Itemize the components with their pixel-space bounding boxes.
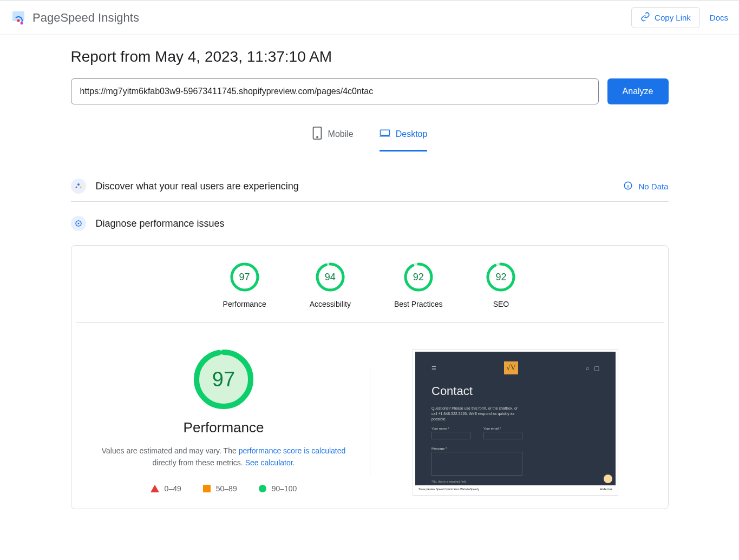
performance-heading: Performance (184, 419, 264, 436)
gauge-row: 97 Performance 94 Accessibility 92 Best … (76, 259, 664, 323)
see-calculator-link[interactable]: See calculator (245, 458, 293, 467)
topbar-right: Copy Link Docs (631, 7, 728, 28)
tab-mobile-label: Mobile (328, 129, 354, 139)
crux-title: Discover what your real users are experi… (96, 181, 299, 192)
top-bar: PageSpeed Insights Copy Link Docs (0, 0, 739, 35)
gauge-score-best-practices: 92 (413, 272, 424, 283)
tab-desktop[interactable]: Desktop (380, 122, 428, 151)
svg-point-2 (17, 19, 20, 22)
desktop-icon (380, 126, 390, 142)
url-input[interactable] (71, 78, 599, 104)
svg-point-10 (80, 187, 81, 188)
thumb-bag-icon: ▢ (594, 365, 599, 372)
tab-mobile[interactable]: Mobile (312, 122, 354, 151)
diagnose-icon (71, 216, 86, 231)
thumb-name-label: Your name * (431, 427, 470, 430)
device-tabs: Mobile Desktop (71, 122, 669, 151)
gauge-ring-accessibility: 94 (315, 262, 345, 292)
performance-right: ☰ √V ⌕ ▢ Contact Questions? Please use t… (376, 349, 655, 496)
gauge-best-practices[interactable]: 92 Best Practices (394, 262, 442, 308)
thumb-body: Questions? Please use this form, or the … (431, 406, 518, 421)
url-row: Analyze (71, 78, 669, 104)
gauge-performance[interactable]: 97 Performance (223, 262, 266, 308)
performance-detail: 97 Performance Values are estimated and … (71, 323, 668, 509)
svg-point-8 (77, 183, 80, 186)
gauge-seo[interactable]: 92 SEO (486, 262, 516, 308)
svg-point-5 (317, 137, 318, 138)
copy-link-button[interactable]: Copy Link (631, 7, 700, 28)
legend-red: 0–49 (151, 484, 181, 493)
diagnose-box: 97 Performance 94 Accessibility 92 Best … (71, 245, 669, 509)
thumb-message-box (431, 452, 522, 476)
svg-point-15 (77, 223, 79, 225)
thumb-heading: Contact (431, 384, 599, 398)
square-icon (203, 485, 211, 492)
thumb-footer-text: Store preview Speed Optimization Website… (418, 487, 479, 491)
legend-orange-label: 50–89 (216, 484, 237, 493)
info-icon (623, 181, 633, 192)
crux-section-left: Discover what your real users are experi… (71, 179, 299, 194)
thumb-footer-bar: Store preview Speed Optimization Website… (415, 485, 616, 493)
thumb-badge-icon (604, 475, 612, 483)
copy-link-label: Copy Link (655, 13, 691, 22)
thumb-name-box (431, 432, 470, 439)
thumb-message-label: Message * (431, 447, 599, 450)
gauge-ring-performance: 97 (230, 262, 260, 292)
gauge-label-performance: Performance (223, 300, 266, 308)
app-title: PageSpeed Insights (32, 11, 139, 25)
gauge-score-performance: 97 (239, 272, 250, 283)
svg-point-3 (21, 22, 23, 24)
pagespeed-logo-icon (11, 10, 26, 25)
thumb-required: *No, this is a required field (431, 480, 599, 483)
no-data-link[interactable]: No Data (623, 181, 668, 192)
thumb-logo: √V (504, 361, 518, 374)
legend-green: 90–100 (259, 484, 297, 493)
report-title: Report from May 4, 2023, 11:37:10 AM (71, 48, 669, 65)
mobile-icon (312, 126, 323, 142)
performance-left: 97 Performance Values are estimated and … (84, 349, 363, 496)
link-icon (640, 12, 650, 23)
thumb-search-icon: ⌕ (586, 365, 590, 372)
gauge-label-accessibility: Accessibility (310, 300, 351, 308)
gauge-ring-best-practices: 92 (403, 262, 434, 292)
thumb-email-box (483, 432, 522, 439)
legend-row: 0–49 50–89 90–100 (151, 484, 297, 493)
gauge-score-accessibility: 94 (325, 272, 336, 283)
gauge-score-seo: 92 (495, 272, 506, 283)
main-container: Report from May 4, 2023, 11:37:10 AM Ana… (71, 35, 669, 522)
page-thumbnail: ☰ √V ⌕ ▢ Contact Questions? Please use t… (413, 349, 618, 496)
gauge-label-best-practices: Best Practices (394, 300, 442, 308)
thumb-footer-close-icon: Hide bar (600, 487, 612, 491)
circle-icon (259, 485, 266, 492)
big-gauge: 97 (193, 349, 254, 410)
docs-link[interactable]: Docs (710, 13, 728, 22)
perf-calc-link[interactable]: performance score is calculated (239, 446, 346, 455)
svg-point-9 (75, 187, 77, 188)
diagnose-title: Diagnose performance issues (96, 218, 225, 229)
gauge-label-seo: SEO (493, 300, 509, 308)
svg-rect-6 (380, 130, 389, 135)
diagnose-section-left: Diagnose performance issues (71, 216, 225, 231)
legend-green-label: 90–100 (272, 484, 297, 493)
legend-orange: 50–89 (203, 484, 237, 493)
crux-icon (71, 179, 86, 194)
big-score: 97 (212, 368, 235, 391)
gauge-accessibility[interactable]: 94 Accessibility (310, 262, 351, 308)
triangle-icon (151, 485, 159, 492)
tab-desktop-label: Desktop (396, 129, 428, 139)
crux-section-header: Discover what your real users are experi… (71, 171, 669, 202)
legend-red-label: 0–49 (165, 484, 181, 493)
analyze-button[interactable]: Analyze (607, 78, 669, 104)
gauge-ring-seo: 92 (486, 262, 516, 292)
vertical-divider (370, 366, 370, 476)
thumb-hamburger-icon: ☰ (431, 365, 436, 371)
topbar-left: PageSpeed Insights (11, 10, 139, 25)
no-data-label: No Data (638, 182, 668, 191)
performance-description: Values are estimated and may vary. The p… (99, 445, 348, 469)
diagnose-section-header: Diagnose performance issues (71, 208, 669, 239)
thumb-email-label: Your email * (483, 427, 522, 430)
